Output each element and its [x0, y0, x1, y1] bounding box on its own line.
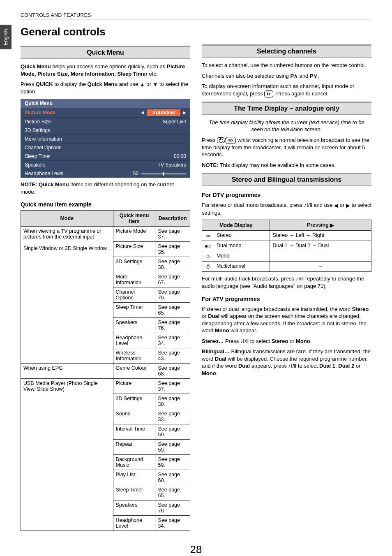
- text-cancel-button-icon: ≡×: [226, 137, 236, 144]
- desc-cell: See page 70.: [155, 287, 190, 303]
- bilingual-line: Bilingual… Bilingual transmissions are r…: [202, 348, 371, 377]
- dtv-p1: For stereo or dual mono broadcasts, pres…: [202, 202, 371, 216]
- audio-mode-icon: ♪Ⅰ/Ⅱ: [288, 363, 296, 369]
- mode-cell: When viewing a TV programme or pictures …: [21, 227, 113, 364]
- item-cell: Interval Time: [113, 424, 155, 440]
- selecting-p1: To select a channel, use the numbered bu…: [202, 62, 371, 69]
- dualmono-icon: ●○: [202, 241, 214, 251]
- audio-mode-icon: ♪Ⅰ/Ⅱ: [295, 276, 304, 282]
- quick-menu-example-title: Quick menu item example: [21, 201, 190, 208]
- desc-cell: See page 65.: [155, 485, 190, 500]
- left-triangle-icon: [334, 202, 338, 209]
- audio-mode-icon: ♪Ⅰ/Ⅱ: [240, 338, 249, 344]
- left-column: General controls Quick Menu Quick Menu h…: [21, 25, 190, 531]
- time-display-note: NOTE: This display may not be available …: [202, 162, 371, 169]
- pressing-cell: Stereo → Left → Right: [270, 231, 371, 241]
- text: to display the: [53, 81, 88, 87]
- item-cell: Play List: [113, 470, 155, 485]
- text: Quick Menu: [88, 81, 118, 87]
- text: helps you access some options quickly, s…: [51, 63, 167, 70]
- item-cell: Picture Size: [113, 242, 155, 257]
- selecting-p2: Channels can also be selected using P∧ a…: [202, 72, 371, 80]
- mode-cell: USB Media Player (Photo Single View, Sli…: [21, 379, 113, 531]
- right-column: Selecting channels To select a channel, …: [202, 25, 371, 531]
- table-row: ○Mono–: [202, 251, 371, 262]
- text: For stereo or dual mono broadcasts, pres…: [202, 202, 304, 208]
- desc-cell: See page 37.: [155, 227, 190, 242]
- desc-cell: See page 59.: [155, 424, 190, 440]
- stereo-line: Stereo… Press ♪Ⅰ/Ⅱ to select Stereo or M…: [202, 338, 371, 345]
- quick-menu-press-line: Press QUICK to display the Quick Menu an…: [21, 81, 190, 95]
- text: .: [216, 370, 218, 376]
- text: Dual: [215, 356, 226, 362]
- language-tab: English: [0, 25, 12, 49]
- text: and use: [118, 81, 140, 87]
- multi-icon: ö̈: [202, 262, 214, 272]
- osd-row-label: Picture Size: [25, 119, 51, 125]
- table-row: ●○Dual monoDual 1 → Dual 2 → Dual: [202, 241, 371, 251]
- osd-row: SpeakersTV Speakers: [21, 160, 190, 169]
- section-selecting-channels: Selecting channels: [202, 44, 371, 58]
- desc-cell: See page 33.: [155, 409, 190, 424]
- item-cell: 3D Settings: [113, 257, 155, 272]
- pressing-cell: –: [270, 251, 371, 262]
- quick-menu-table: Mode Quick menu item Description When vi…: [21, 210, 190, 531]
- osd-row-label: More Information: [25, 136, 62, 142]
- text: Mono: [296, 338, 310, 344]
- multi-audio-p: For multi-audio track broadcasts, press …: [202, 275, 371, 290]
- text: Pressing: [307, 222, 329, 228]
- item-cell: More Information: [113, 272, 155, 287]
- stereo-icon: ∞: [202, 231, 214, 241]
- time-display-italic: The time display facility allows the cur…: [206, 119, 367, 133]
- text: The Time Display –: [234, 105, 295, 112]
- text: or: [354, 363, 360, 369]
- text: and: [298, 73, 310, 79]
- time-display-p1: Press /≡× whilst watching a normal telev…: [202, 137, 371, 158]
- text: will appear.: [229, 327, 257, 334]
- desc-cell: See page 37.: [155, 379, 190, 394]
- mode-display-table: Mode Display Pressing ∞StereoStereo → Le…: [202, 220, 371, 272]
- osd-row-label: 3D Settings: [25, 127, 50, 133]
- osd-row: Sleep Timer00:00: [21, 152, 190, 160]
- item-cell: Headphone Level: [113, 516, 155, 531]
- p-down-icon: ∨: [314, 73, 318, 79]
- th-item: Quick menu item: [113, 211, 155, 227]
- item-cell: Speakers: [113, 318, 155, 333]
- desc-cell: See page 60.: [155, 470, 190, 485]
- text: and use: [312, 202, 334, 208]
- item-cell: Channel Options: [113, 287, 155, 303]
- mono-icon: ○: [202, 251, 214, 262]
- osd-row: Picture Mode◀AutoView▶: [21, 108, 190, 117]
- osd-row: Picture SizeSuper Live: [21, 117, 190, 126]
- desc-cell: See page 59.: [155, 455, 190, 470]
- th-desc: Description: [155, 211, 190, 227]
- osd-row-value: 00:00: [174, 153, 186, 159]
- mode-label-cell: Mono: [214, 251, 270, 262]
- item-cell: Sound: [113, 409, 155, 424]
- quick-menu-intro: Quick Menu helps you access some options…: [21, 63, 190, 77]
- page-title: General controls: [21, 25, 190, 38]
- selecting-p3: To display on-screen information such as…: [202, 83, 371, 97]
- osd-row-label: Channel Options: [25, 145, 61, 151]
- table-row: USB Media Player (Photo Single View, Sli…: [21, 379, 190, 394]
- mode-cell: When using EPG: [21, 364, 113, 379]
- mode-label-cell: Stereo: [214, 231, 270, 241]
- desc-cell: See page 67.: [155, 272, 190, 287]
- text: Mono: [215, 327, 229, 334]
- text: NOTE: Quick Menu: [21, 181, 69, 188]
- osd-row: Channel Options: [21, 143, 190, 152]
- item-cell: Wireless Information: [113, 348, 155, 364]
- desc-cell: See page 65.: [155, 303, 190, 318]
- text: Channels can also be selected using: [202, 73, 290, 79]
- info-button-icon: i+: [264, 90, 273, 97]
- text: or: [202, 313, 208, 319]
- atv-heading: For ATV programmes: [202, 296, 371, 302]
- text: etc.: [148, 71, 158, 77]
- text: Stereo: [272, 338, 288, 344]
- clock-button-icon: [217, 137, 224, 143]
- audio-mode-icon: ♪Ⅰ/Ⅱ: [304, 202, 312, 208]
- desc-cell: See page 30.: [155, 394, 190, 409]
- table-row: ∞StereoStereo → Left → Right: [202, 231, 371, 241]
- text: Quick Menu: [21, 63, 51, 70]
- item-cell: Picture Mode: [113, 227, 155, 242]
